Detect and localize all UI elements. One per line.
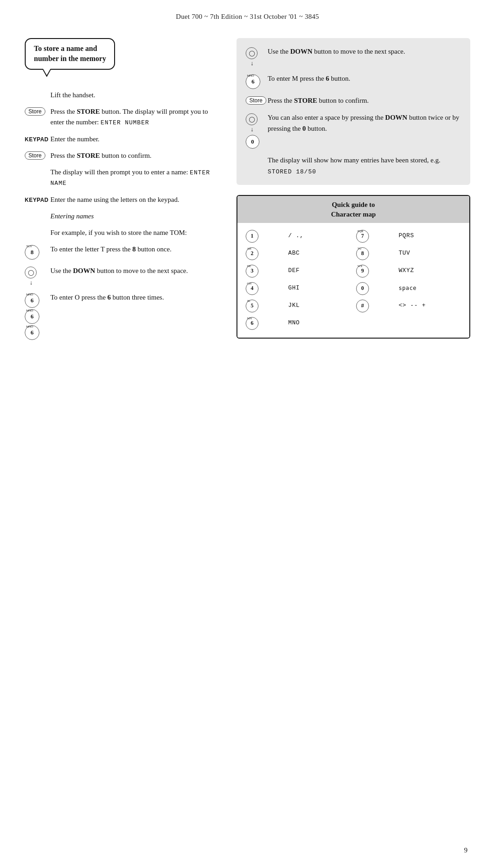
char-row-6: MN6 MNO bbox=[243, 315, 464, 332]
btn-1: 1 bbox=[246, 230, 258, 243]
char-row-3: DE3 DEF WX9 WXYZ bbox=[243, 262, 464, 280]
keypad-label: KEYPAD bbox=[25, 135, 49, 143]
key-6: MN6 bbox=[243, 315, 286, 332]
italic-heading: Entering names bbox=[50, 212, 94, 220]
step-display-name: The display will then prompt you to ente… bbox=[50, 167, 222, 189]
space-down-arrow: ◯ ↓ bbox=[246, 113, 258, 133]
chars-0: space bbox=[396, 280, 464, 297]
down-arr: ↓ bbox=[30, 279, 33, 286]
chars-6: MNO bbox=[286, 315, 353, 332]
right-step-stored-text: The display will show how many entries h… bbox=[268, 155, 462, 177]
step-keypad2-text: Enter the name using the letters on the … bbox=[50, 195, 222, 205]
step-down1-text: Use the DOWN button to move to the next … bbox=[50, 266, 222, 276]
right-step-stored: The display will show how many entries h… bbox=[246, 155, 462, 177]
key-1: 1 bbox=[243, 228, 286, 245]
chars-9: WXYZ bbox=[396, 262, 464, 280]
btn4-sup: GH bbox=[247, 282, 251, 285]
right-column: ◯ ↓ Use the DOWN button to move to the n… bbox=[222, 38, 470, 346]
down-arrow: ◯ ↓ bbox=[25, 267, 37, 286]
btn8-superscript: TUV bbox=[26, 245, 32, 248]
right-store-button: Store bbox=[246, 96, 266, 105]
store-icon-2: Store bbox=[25, 150, 50, 160]
store-button-2: Store bbox=[25, 151, 45, 160]
page-number: 9 bbox=[464, 846, 468, 854]
step-store1: Store Press the STORE button. The displa… bbox=[25, 106, 222, 128]
quick-guide-body: 1 / ., PQR7 PQRS bbox=[237, 223, 469, 338]
btn-2: AB2 bbox=[246, 247, 258, 260]
btn5-sup: JK bbox=[247, 299, 250, 303]
char-row-4: GH4 GHI 0 space bbox=[243, 280, 464, 297]
right-step-down2: ◯ ↓ Use the DOWN button to move to the n… bbox=[246, 46, 462, 67]
chars-3: DEF bbox=[286, 262, 353, 280]
button-8: TUV 8 bbox=[25, 245, 39, 260]
btn7-sup: PQR bbox=[358, 229, 363, 233]
quick-guide-box: Quick guide to Character map 1 / ., bbox=[236, 195, 470, 339]
right-step-store-text: Press the STORE button to confirm. bbox=[268, 95, 462, 106]
down-and-zero: ◯ ↓ 0 bbox=[246, 113, 268, 149]
right-down-circle: ◯ bbox=[246, 47, 258, 59]
right-btn6-sup: MNO bbox=[247, 74, 254, 78]
step-example: For example, if you wish to store the na… bbox=[50, 228, 222, 238]
btn3-sup: DE bbox=[247, 264, 251, 268]
right-down-arrow: ◯ ↓ bbox=[246, 47, 258, 67]
btn2-sup: AB bbox=[247, 247, 251, 250]
button-6b: MNO 6 bbox=[25, 309, 39, 324]
char-row-5: JK5 JKL # <> -- + bbox=[243, 297, 464, 315]
store-icon-1: Store bbox=[25, 106, 50, 116]
enter-number-display: ENTER NUMBER bbox=[101, 119, 149, 126]
keypad-label-2: KEYPAD bbox=[25, 195, 49, 203]
btn-0: 0 bbox=[356, 282, 369, 295]
btn-3: DE3 bbox=[246, 265, 258, 278]
key-3: DE3 bbox=[243, 262, 286, 280]
chars-1: / ., bbox=[286, 228, 353, 245]
right-button-6: MNO 6 bbox=[246, 74, 260, 89]
key-5: JK5 bbox=[243, 297, 286, 315]
page-footer: 9 bbox=[464, 846, 468, 854]
btn9-sup: WX bbox=[358, 264, 363, 268]
btn6c-sup: MNO bbox=[26, 325, 33, 328]
right-step-store: Store Press the STORE button to confirm. bbox=[246, 95, 462, 106]
key-8: TU8 bbox=[353, 245, 396, 262]
char-row-1: 1 / ., PQR7 PQRS bbox=[243, 228, 464, 245]
right-step-press6-M: MNO 6 To enter M press the 6 button. bbox=[246, 73, 462, 89]
step-press6-O-text: To enter O press the 6 button three time… bbox=[50, 292, 222, 303]
right-btn6-icon: MNO 6 bbox=[246, 73, 268, 89]
right-down-arr: ↓ bbox=[251, 60, 254, 67]
chars-5: JKL bbox=[286, 297, 353, 315]
step-keypad2: KEYPAD Enter the name using the letters … bbox=[25, 195, 222, 205]
char-map-table: 1 / ., PQR7 PQRS bbox=[243, 228, 464, 332]
btn-9: WX9 bbox=[356, 265, 369, 278]
key-9: WX9 bbox=[353, 262, 396, 280]
btn-7: PQR7 bbox=[356, 230, 369, 243]
keypad-icon-2: KEYPAD bbox=[25, 195, 50, 203]
button-6a: MNO 6 bbox=[25, 293, 39, 308]
btn-5: JK5 bbox=[246, 300, 258, 312]
empty-chars bbox=[396, 315, 464, 332]
btn6-stack-icon: MNO 6 MNO 6 MNO 6 bbox=[25, 292, 50, 340]
right-store-icon: Store bbox=[246, 95, 268, 105]
step-press6-O: MNO 6 MNO 6 MNO 6 To enter O press th bbox=[25, 292, 222, 340]
button-6c: MNO 6 bbox=[25, 325, 39, 340]
button-zero: 0 bbox=[246, 135, 259, 149]
chars-4: GHI bbox=[286, 280, 353, 297]
key-0: 0 bbox=[353, 280, 396, 297]
btn-hash: # bbox=[356, 300, 369, 312]
chars-2: ABC bbox=[286, 245, 353, 262]
down-icon-1: ◯ ↓ bbox=[25, 266, 50, 286]
btn-8: TU8 bbox=[356, 247, 369, 260]
right-down-icon: ◯ ↓ bbox=[246, 46, 268, 67]
key-2: AB2 bbox=[243, 245, 286, 262]
title-box: To store a name andnumber in the memory bbox=[25, 38, 115, 70]
step-press8-text: To enter the letter T press the 8 button… bbox=[50, 244, 222, 255]
char-row-2: AB2 ABC TU8 TUV bbox=[243, 245, 464, 262]
key-4: GH4 bbox=[243, 280, 286, 297]
quick-guide-header: Quick guide to Character map bbox=[237, 196, 469, 223]
chars-7: PQRS bbox=[396, 228, 464, 245]
entering-names-heading: Entering names bbox=[50, 211, 222, 222]
quick-guide-title1: Quick guide to bbox=[332, 201, 375, 208]
down-circle: ◯ bbox=[25, 267, 37, 278]
page-header: Duet 700 ~ 7th Edition ~ 31st October '0… bbox=[0, 0, 495, 29]
btn8-sup: TU bbox=[358, 247, 362, 250]
chars-hash: <> -- + bbox=[396, 297, 464, 315]
space-down-arr: ↓ bbox=[251, 126, 254, 133]
